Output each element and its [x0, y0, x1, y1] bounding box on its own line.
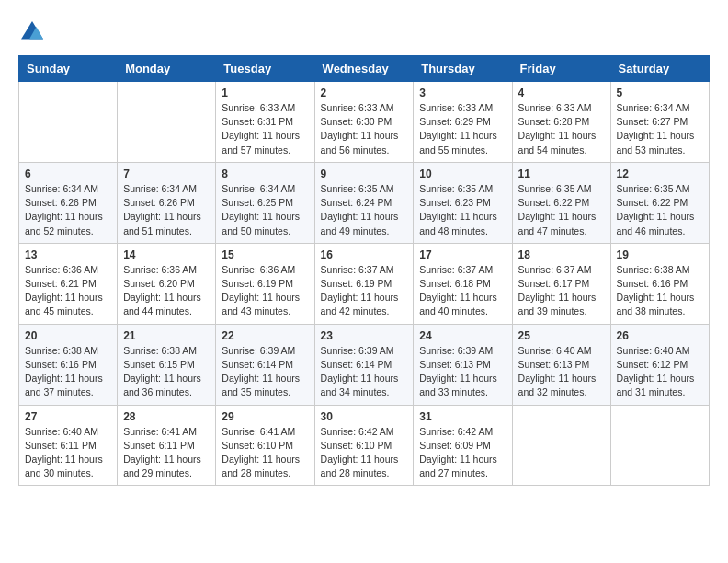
day-number: 1 [222, 86, 308, 99]
day-info: Sunrise: 6:33 AMSunset: 6:30 PMDaylight:… [321, 101, 408, 157]
day-info: Sunrise: 6:36 AMSunset: 6:19 PMDaylight:… [222, 263, 308, 319]
day-info: Sunrise: 6:35 AMSunset: 6:24 PMDaylight:… [321, 182, 408, 238]
day-number: 17 [419, 248, 506, 261]
day-info: Sunrise: 6:37 AMSunset: 6:18 PMDaylight:… [419, 263, 506, 319]
calendar-cell: 3Sunrise: 6:33 AMSunset: 6:29 PMDaylight… [414, 82, 512, 163]
day-number: 16 [321, 248, 408, 261]
calendar-cell: 8Sunrise: 6:34 AMSunset: 6:25 PMDaylight… [216, 162, 314, 243]
day-number: 14 [123, 248, 210, 261]
day-info: Sunrise: 6:39 AMSunset: 6:14 PMDaylight:… [321, 344, 408, 400]
day-info: Sunrise: 6:41 AMSunset: 6:10 PMDaylight:… [222, 425, 308, 481]
day-info: Sunrise: 6:35 AMSunset: 6:22 PMDaylight:… [617, 182, 703, 238]
day-number: 26 [617, 329, 703, 342]
calendar-cell: 5Sunrise: 6:34 AMSunset: 6:27 PMDaylight… [610, 82, 709, 163]
calendar-cell: 23Sunrise: 6:39 AMSunset: 6:14 PMDayligh… [314, 324, 414, 405]
calendar-cell: 14Sunrise: 6:36 AMSunset: 6:20 PMDayligh… [118, 243, 216, 324]
day-number: 7 [123, 167, 210, 180]
logo-icon [18, 18, 46, 46]
weekday-header-saturday: Saturday [610, 56, 709, 82]
calendar-cell: 2Sunrise: 6:33 AMSunset: 6:30 PMDaylight… [314, 82, 414, 163]
day-info: Sunrise: 6:42 AMSunset: 6:09 PMDaylight:… [419, 425, 506, 481]
day-info: Sunrise: 6:42 AMSunset: 6:10 PMDaylight:… [321, 425, 408, 481]
weekday-row: SundayMondayTuesdayWednesdayThursdayFrid… [19, 56, 710, 82]
day-number: 25 [518, 329, 605, 342]
day-info: Sunrise: 6:35 AMSunset: 6:23 PMDaylight:… [419, 182, 506, 238]
day-info: Sunrise: 6:39 AMSunset: 6:14 PMDaylight:… [222, 344, 308, 400]
calendar-cell: 15Sunrise: 6:36 AMSunset: 6:19 PMDayligh… [216, 243, 314, 324]
calendar-cell: 13Sunrise: 6:36 AMSunset: 6:21 PMDayligh… [19, 243, 118, 324]
day-info: Sunrise: 6:40 AMSunset: 6:13 PMDaylight:… [518, 344, 605, 400]
day-info: Sunrise: 6:37 AMSunset: 6:19 PMDaylight:… [321, 263, 408, 319]
calendar-cell [118, 82, 216, 163]
calendar-cell: 6Sunrise: 6:34 AMSunset: 6:26 PMDaylight… [19, 162, 118, 243]
calendar-cell: 12Sunrise: 6:35 AMSunset: 6:22 PMDayligh… [610, 162, 709, 243]
calendar-cell: 27Sunrise: 6:40 AMSunset: 6:11 PMDayligh… [19, 405, 118, 486]
day-number: 11 [518, 167, 605, 180]
day-number: 3 [419, 86, 506, 99]
day-info: Sunrise: 6:39 AMSunset: 6:13 PMDaylight:… [419, 344, 506, 400]
day-number: 18 [518, 248, 605, 261]
calendar-cell: 28Sunrise: 6:41 AMSunset: 6:11 PMDayligh… [118, 405, 216, 486]
week-row-3: 20Sunrise: 6:38 AMSunset: 6:16 PMDayligh… [19, 324, 710, 405]
calendar-cell: 1Sunrise: 6:33 AMSunset: 6:31 PMDaylight… [216, 82, 314, 163]
calendar-cell: 20Sunrise: 6:38 AMSunset: 6:16 PMDayligh… [19, 324, 118, 405]
day-number: 28 [123, 410, 210, 423]
calendar-cell [610, 405, 709, 486]
day-info: Sunrise: 6:33 AMSunset: 6:31 PMDaylight:… [222, 101, 308, 157]
day-number: 2 [321, 86, 408, 99]
week-row-4: 27Sunrise: 6:40 AMSunset: 6:11 PMDayligh… [19, 405, 710, 486]
weekday-header-thursday: Thursday [414, 56, 512, 82]
day-info: Sunrise: 6:41 AMSunset: 6:11 PMDaylight:… [123, 425, 210, 481]
calendar-header: SundayMondayTuesdayWednesdayThursdayFrid… [19, 56, 710, 82]
weekday-header-sunday: Sunday [19, 56, 118, 82]
day-number: 10 [419, 167, 506, 180]
calendar-cell: 9Sunrise: 6:35 AMSunset: 6:24 PMDaylight… [314, 162, 414, 243]
calendar-cell: 4Sunrise: 6:33 AMSunset: 6:28 PMDaylight… [512, 82, 610, 163]
calendar-cell: 21Sunrise: 6:38 AMSunset: 6:15 PMDayligh… [118, 324, 216, 405]
day-info: Sunrise: 6:38 AMSunset: 6:16 PMDaylight:… [25, 344, 111, 400]
calendar-body: 1Sunrise: 6:33 AMSunset: 6:31 PMDaylight… [19, 82, 710, 486]
day-number: 5 [617, 86, 703, 99]
day-number: 12 [617, 167, 703, 180]
calendar-cell: 30Sunrise: 6:42 AMSunset: 6:10 PMDayligh… [314, 405, 414, 486]
calendar-cell [512, 405, 610, 486]
day-info: Sunrise: 6:38 AMSunset: 6:15 PMDaylight:… [123, 344, 210, 400]
day-info: Sunrise: 6:36 AMSunset: 6:21 PMDaylight:… [25, 263, 111, 319]
day-number: 6 [25, 167, 111, 180]
page-header [18, 18, 710, 46]
calendar-cell [19, 82, 118, 163]
day-number: 21 [123, 329, 210, 342]
weekday-header-tuesday: Tuesday [216, 56, 314, 82]
calendar-cell: 24Sunrise: 6:39 AMSunset: 6:13 PMDayligh… [414, 324, 512, 405]
calendar-cell: 7Sunrise: 6:34 AMSunset: 6:26 PMDaylight… [118, 162, 216, 243]
calendar-cell: 26Sunrise: 6:40 AMSunset: 6:12 PMDayligh… [610, 324, 709, 405]
day-number: 29 [222, 410, 308, 423]
day-info: Sunrise: 6:37 AMSunset: 6:17 PMDaylight:… [518, 263, 605, 319]
day-number: 24 [419, 329, 506, 342]
day-number: 13 [25, 248, 111, 261]
calendar-cell: 19Sunrise: 6:38 AMSunset: 6:16 PMDayligh… [610, 243, 709, 324]
calendar-cell: 18Sunrise: 6:37 AMSunset: 6:17 PMDayligh… [512, 243, 610, 324]
day-info: Sunrise: 6:34 AMSunset: 6:25 PMDaylight:… [222, 182, 308, 238]
day-number: 27 [25, 410, 111, 423]
day-number: 30 [321, 410, 408, 423]
day-info: Sunrise: 6:34 AMSunset: 6:27 PMDaylight:… [617, 101, 703, 157]
calendar-cell: 25Sunrise: 6:40 AMSunset: 6:13 PMDayligh… [512, 324, 610, 405]
week-row-1: 6Sunrise: 6:34 AMSunset: 6:26 PMDaylight… [19, 162, 710, 243]
logo [18, 18, 50, 46]
day-number: 23 [321, 329, 408, 342]
day-number: 22 [222, 329, 308, 342]
day-info: Sunrise: 6:34 AMSunset: 6:26 PMDaylight:… [25, 182, 111, 238]
weekday-header-wednesday: Wednesday [314, 56, 414, 82]
day-number: 19 [617, 248, 703, 261]
day-info: Sunrise: 6:40 AMSunset: 6:11 PMDaylight:… [25, 425, 111, 481]
weekday-header-friday: Friday [512, 56, 610, 82]
day-number: 4 [518, 86, 605, 99]
calendar-cell: 31Sunrise: 6:42 AMSunset: 6:09 PMDayligh… [414, 405, 512, 486]
calendar-cell: 22Sunrise: 6:39 AMSunset: 6:14 PMDayligh… [216, 324, 314, 405]
day-info: Sunrise: 6:34 AMSunset: 6:26 PMDaylight:… [123, 182, 210, 238]
day-number: 31 [419, 410, 506, 423]
calendar-cell: 29Sunrise: 6:41 AMSunset: 6:10 PMDayligh… [216, 405, 314, 486]
weekday-header-monday: Monday [118, 56, 216, 82]
day-info: Sunrise: 6:33 AMSunset: 6:28 PMDaylight:… [518, 101, 605, 157]
